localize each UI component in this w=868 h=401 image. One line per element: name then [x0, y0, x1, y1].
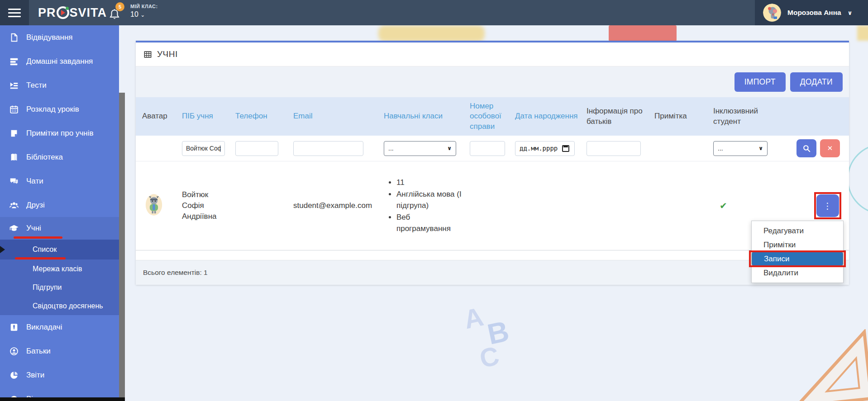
student-row: Войтюк Софія Андріївна student@example.c…	[136, 161, 849, 250]
chevron-down-icon: ∨	[848, 9, 853, 16]
column-header-file-number[interactable]: Номер особової справи	[470, 101, 515, 131]
card-footer: Всього елементів: 1	[136, 260, 849, 285]
sidebar-item-label: Батьки	[26, 347, 51, 356]
menu-item-records[interactable]: Записи	[752, 252, 843, 266]
sidebar-subitem-subgroups[interactable]: Підгрупи	[0, 278, 119, 297]
students-card: УЧНІ ІМПОРТ ДОДАТИ АватарПІБ учняТелефон…	[136, 41, 849, 285]
clear-filters-button[interactable]: ✕	[820, 139, 840, 157]
column-header-birth-date[interactable]: Дата народження	[515, 111, 587, 121]
sidebar-item-student-notes[interactable]: Примітки про учнів	[0, 121, 119, 145]
user-avatar	[763, 4, 781, 22]
table-bottom-gap	[136, 250, 849, 260]
sidebar-item-attendance[interactable]: Відвідування	[0, 25, 119, 49]
decor-yellow-blob	[378, 25, 485, 42]
main-content: ABC УЧНІ ІМПОРТ ДОДАТИ АватарПІБ учняТел…	[125, 25, 868, 401]
attendance-icon	[9, 33, 19, 42]
import-button[interactable]: ІМПОРТ	[734, 72, 786, 92]
chevron-down-icon: ∨	[758, 145, 763, 151]
column-header-classes[interactable]: Навчальні класи	[384, 111, 470, 121]
my-class-label: МІЙ КЛАС:	[130, 4, 158, 9]
sidebar-item-label: Звіти	[26, 371, 44, 380]
cursor-marker-icon	[0, 246, 5, 253]
row-actions-button[interactable]: ⋮	[816, 194, 839, 217]
menu-toggle-button[interactable]	[0, 0, 29, 25]
menu-item-notes[interactable]: Примітки	[752, 238, 843, 252]
filter-file-number-input[interactable]	[470, 141, 505, 156]
decor-red-blob	[609, 25, 677, 41]
menu-item-delete[interactable]: Видалити	[752, 266, 843, 280]
user-name: Морозова Анна	[787, 9, 841, 17]
column-header-phone[interactable]: Телефон	[235, 111, 293, 121]
search-icon	[802, 144, 811, 153]
column-header-email[interactable]: Email	[293, 111, 384, 121]
user-menu[interactable]: Морозова Анна ∨	[755, 0, 868, 25]
column-header-parents-info: Інформація про батьків	[587, 106, 654, 126]
sidebar: ВідвідуванняДомашні завданняТестиРозклад…	[0, 25, 119, 401]
chevron-down-icon: ∨	[447, 145, 452, 151]
bottom-strip	[0, 397, 125, 401]
inclusive-check-icon: ✔	[713, 200, 780, 211]
sidebar-item-label: Друзі	[26, 201, 45, 210]
topbar: PRSVITA 5 МІЙ КЛАС: 10 ⌄ Морозова Анна ∨	[0, 0, 868, 25]
search-button[interactable]	[796, 139, 816, 157]
sidebar-item-library[interactable]: Бібліотека	[0, 145, 119, 169]
sidebar-item-label: Учні	[26, 224, 41, 233]
my-class-value: 10	[130, 10, 138, 18]
sidebar-item-label: Домашні завдання	[26, 57, 93, 66]
sidebar-item-teachers[interactable]: Викладачі	[0, 315, 119, 339]
sidebar-subitem-list[interactable]: Список	[0, 240, 119, 259]
sidebar-item-chats[interactable]: Чати	[0, 169, 119, 193]
filter-birth-date-input[interactable]: дд.мм.рррр	[515, 141, 575, 156]
sidebar-item-label: Тести	[26, 81, 47, 90]
page-title: УЧНІ	[157, 49, 178, 59]
column-header-name[interactable]: ПІБ учня	[182, 111, 235, 121]
sidebar-item-reports[interactable]: Звіти	[0, 363, 119, 387]
sidebar-item-homework[interactable]: Домашні завдання	[0, 49, 119, 73]
schedule-icon	[9, 104, 19, 114]
chats-icon	[9, 176, 19, 186]
class-item: Англійська мова (І підгрупа)	[396, 189, 465, 212]
sidebar-item-schedule[interactable]: Розклад уроків	[0, 97, 119, 121]
sidebar-submenu-students: СписокМережа класівПідгрупиСвідоцтво дос…	[0, 240, 119, 315]
my-class-selector[interactable]: МІЙ КЛАС: 10 ⌄	[130, 4, 158, 19]
sidebar-item-label: Розклад уроків	[26, 105, 79, 114]
decor-yellow-blob-2	[857, 25, 868, 41]
menu-item-edit[interactable]: Редагувати	[752, 224, 843, 238]
sidebar-subitem-class-network[interactable]: Мережа класів	[0, 259, 119, 278]
sidebar-item-parents[interactable]: Батьки	[0, 339, 119, 363]
filter-parents-info-input[interactable]	[587, 141, 641, 156]
sidebar-subitem-label: Свідоцтво досягнень	[33, 302, 103, 310]
row-actions-menu: РедагуватиПриміткиЗаписиВидалити	[751, 221, 844, 283]
red-highlight-annotation	[749, 250, 846, 267]
student-name: Войтюк Софія Андріївна	[182, 189, 230, 222]
chevron-down-icon: ⌄	[140, 12, 145, 18]
sidebar-subitem-achievement-certificate[interactable]: Свідоцтво досягнень	[0, 297, 119, 315]
student-email: student@example.com	[293, 201, 384, 210]
friends-icon	[9, 200, 19, 210]
teachers-icon	[9, 322, 19, 332]
toolbar: ІМПОРТ ДОДАТИ	[136, 66, 849, 97]
filter-phone-input[interactable]	[235, 141, 278, 156]
parents-icon	[9, 346, 19, 356]
sidebar-scrollbar[interactable]	[119, 93, 125, 397]
total-count: Всього елементів: 1	[143, 269, 208, 277]
filter-email-input[interactable]	[293, 141, 363, 156]
filter-classes-select[interactable]: ... ∨	[384, 141, 456, 156]
column-header-note: Примітка	[654, 111, 713, 121]
notifications-button[interactable]: 5	[109, 5, 128, 24]
library-icon	[9, 152, 19, 162]
sidebar-item-tests[interactable]: Тести	[0, 73, 119, 97]
table-header-row: АватарПІБ учняТелефонEmailНавчальні клас…	[136, 97, 849, 136]
sidebar-item-students[interactable]: Учні	[0, 217, 119, 240]
filter-name-input[interactable]	[182, 141, 225, 156]
calendar-icon	[562, 145, 569, 152]
sidebar-item-label: Примітки про учнів	[26, 129, 93, 138]
hamburger-icon	[8, 9, 21, 10]
sidebar-item-friends[interactable]: Друзі	[0, 193, 119, 217]
column-header-avatar: Аватар	[142, 111, 182, 121]
add-button[interactable]: ДОДАТИ	[790, 72, 843, 92]
abc-watermark: ABC	[461, 290, 549, 384]
filter-inclusive-select[interactable]: ... ∨	[713, 141, 768, 156]
kebab-dots-icon: ⋮	[823, 201, 832, 211]
app-logo: PRSVITA	[38, 0, 107, 25]
